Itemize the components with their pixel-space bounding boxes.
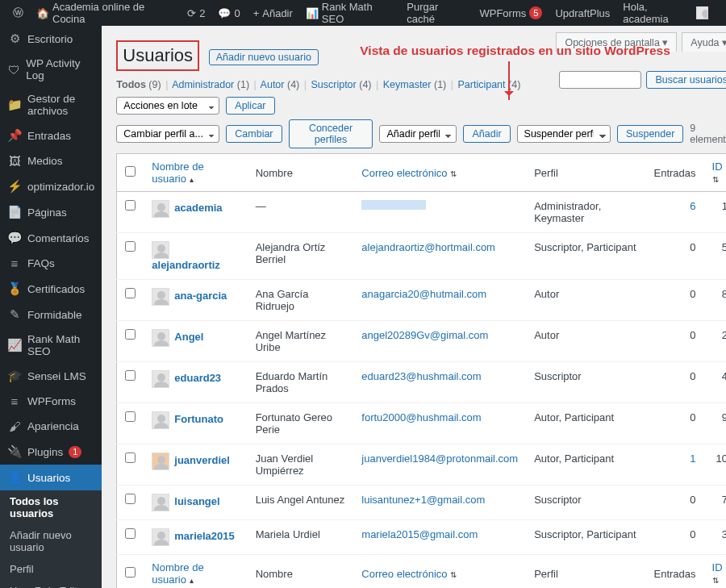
site-name[interactable]: 🏠 Academia online de Cocina xyxy=(30,0,181,26)
change-button[interactable]: Cambiar xyxy=(226,125,282,143)
sidebar-item-gestor-de-archivos[interactable]: 📁Gestor de archivos xyxy=(0,87,102,123)
filter-participant[interactable]: Participant xyxy=(457,79,505,90)
email-link[interactable]: eduard23@hushmail.com xyxy=(361,370,481,382)
rank-math[interactable]: 📊 Rank Math SEO xyxy=(299,0,400,26)
sidebar-item-sensei-lms[interactable]: 🎓Sensei LMS xyxy=(0,363,102,389)
select-all-checkbox-foot[interactable] xyxy=(125,567,136,578)
filter-all[interactable]: Todos xyxy=(116,79,146,90)
select-all-checkbox[interactable] xyxy=(125,166,136,177)
sidebar-item-medios[interactable]: 🖼Medios xyxy=(0,148,102,173)
posts-link[interactable]: 6 xyxy=(690,200,695,212)
content-area: Opciones de pantalla ▾ Ayuda ▾ Usuarios … xyxy=(102,26,726,588)
posts-cell: 0 xyxy=(645,321,703,362)
username-link[interactable]: eduard23 xyxy=(174,372,221,384)
col-role: Perfil xyxy=(526,154,645,192)
username-link[interactable]: alejandraortiz xyxy=(152,259,220,271)
row-checkbox[interactable] xyxy=(125,200,136,211)
help-button[interactable]: Ayuda ▾ xyxy=(682,32,726,52)
row-checkbox[interactable] xyxy=(125,370,136,381)
col-username-foot[interactable]: Nombre de usuario ▴ xyxy=(144,555,247,589)
add-user-button[interactable]: Añadir nuevo usuario xyxy=(209,49,319,65)
sidebar-item-comentarios[interactable]: 💬Comentarios xyxy=(0,225,102,251)
email-link[interactable]: angel20289Gv@gimal.com xyxy=(361,329,488,341)
search-users-button[interactable]: Buscar usuarios xyxy=(646,71,726,89)
submenu-item[interactable]: Todos los usuarios xyxy=(0,490,102,524)
sidebar-item-faqs[interactable]: ≡FAQs xyxy=(0,251,102,276)
row-checkbox[interactable] xyxy=(125,494,136,504)
row-checkbox[interactable] xyxy=(125,452,136,463)
submenu-item[interactable]: User Role Editor xyxy=(0,580,102,588)
add-role-select[interactable]: Añadir perfil... xyxy=(379,125,457,143)
wpforms[interactable]: WPForms 5 xyxy=(473,0,549,26)
username-link[interactable]: juanverdiel xyxy=(174,454,230,466)
username-link[interactable]: luisangel xyxy=(174,495,219,507)
role-cell: Suscriptor xyxy=(526,486,645,520)
submenu-item[interactable]: Añadir nuevo usuario xyxy=(0,524,102,558)
updraft[interactable]: UpdraftPlus xyxy=(549,0,616,26)
menu-label: FAQs xyxy=(27,257,55,269)
name-cell: Eduardo Martín Prados xyxy=(248,362,354,403)
comments[interactable]: 💬 0 xyxy=(211,0,246,26)
sidebar-item-plugins[interactable]: 🔌Plugins1 xyxy=(0,439,102,465)
sidebar-item-certificados[interactable]: 🏅Certificados xyxy=(0,276,102,302)
email-link[interactable]: anagarcia20@hutmail.com xyxy=(361,288,486,300)
row-checkbox[interactable] xyxy=(125,411,136,422)
sidebar-item-optimizador-io[interactable]: ⚡optimizador.io xyxy=(0,173,102,199)
change-role-select[interactable]: Cambiar perfil a... xyxy=(116,125,219,143)
search-input[interactable] xyxy=(559,71,641,89)
bulk-actions-select[interactable]: Acciones en lote xyxy=(116,97,219,115)
id-cell: 2 xyxy=(704,321,726,362)
wp-logo-icon[interactable]: ⓦ xyxy=(6,0,30,26)
revoke-role-select[interactable]: Suspender perfil... xyxy=(517,125,611,143)
sidebar-item-entradas[interactable]: 📌Entradas xyxy=(0,123,102,148)
filter-admin[interactable]: Administrador xyxy=(172,79,234,90)
username-link[interactable]: Fortunato xyxy=(174,413,223,425)
revoke-button[interactable]: Suspender xyxy=(617,125,683,143)
purge-cache[interactable]: Purgar caché xyxy=(400,0,473,26)
sidebar-item-p-ginas[interactable]: 📄Páginas xyxy=(0,199,102,225)
username-link[interactable]: mariela2015 xyxy=(174,530,234,542)
username-link[interactable]: ana-garcia xyxy=(174,290,227,302)
sidebar-item-wpforms[interactable]: ≡WPForms xyxy=(0,389,102,414)
sidebar-item-escritorio[interactable]: ⚙Escritorio xyxy=(0,26,102,52)
sidebar-item-rank-math-seo[interactable]: 📈Rank Math SEO xyxy=(0,327,102,363)
username-link[interactable]: academia xyxy=(174,202,222,214)
submenu-item[interactable]: Perfil xyxy=(0,558,102,580)
row-checkbox[interactable] xyxy=(125,241,136,252)
id-cell: 3 xyxy=(704,520,726,555)
menu-icon: 🏅 xyxy=(7,281,22,296)
row-checkbox[interactable] xyxy=(125,329,136,340)
apply-button[interactable]: Aplicar xyxy=(226,97,274,115)
col-id-foot[interactable]: ID ⇅ xyxy=(704,555,726,589)
email-link[interactable]: juanverdiel1984@protonmail.com xyxy=(361,452,518,465)
howdy-account[interactable]: Hola, academia xyxy=(616,0,720,26)
col-id[interactable]: ID ⇅ xyxy=(704,154,726,192)
email-link[interactable]: luisantunez+1@gmail.com xyxy=(361,494,485,506)
posts-link[interactable]: 1 xyxy=(690,452,695,465)
email-link[interactable]: alejandraortiz@hortmail.com xyxy=(361,241,495,253)
col-username[interactable]: Nombre de usuario ▴ xyxy=(144,154,247,192)
username-link[interactable]: Angel xyxy=(174,331,203,343)
posts-cell: 0 xyxy=(645,362,703,403)
email-link[interactable]: mariela2015@gmail.com xyxy=(361,528,478,540)
filter-author[interactable]: Autor xyxy=(261,79,285,90)
updates[interactable]: ⟳ 2 xyxy=(181,0,211,26)
row-checkbox[interactable] xyxy=(125,528,136,539)
sidebar-item-usuarios[interactable]: 👤Usuarios xyxy=(0,465,102,490)
col-email[interactable]: Correo electrónico ⇅ xyxy=(353,154,526,192)
sidebar-item-apariencia[interactable]: 🖌Apariencia xyxy=(0,414,102,439)
row-checkbox[interactable] xyxy=(125,288,136,298)
sidebar-item-formidable[interactable]: ✎Formidable xyxy=(0,302,102,327)
posts-cell: 1 xyxy=(645,444,703,486)
add-new[interactable]: + Añadir xyxy=(247,0,299,26)
filter-subscriber[interactable]: Suscriptor xyxy=(311,79,356,90)
col-email-foot[interactable]: Correo electrónico ⇅ xyxy=(353,555,526,589)
add-button[interactable]: Añadir xyxy=(463,125,510,143)
filter-keymaster[interactable]: Keymaster xyxy=(383,79,432,90)
menu-label: optimizador.io xyxy=(27,181,94,193)
grant-roles-button[interactable]: Conceder perfiles xyxy=(289,119,373,148)
sidebar-item-wp-activity-log[interactable]: 🛡WP Activity Log xyxy=(0,52,102,87)
posts-cell: 0 xyxy=(645,280,703,321)
menu-icon: ≡ xyxy=(7,394,22,408)
email-link[interactable]: fortu2000@hushmail.com xyxy=(361,411,481,423)
